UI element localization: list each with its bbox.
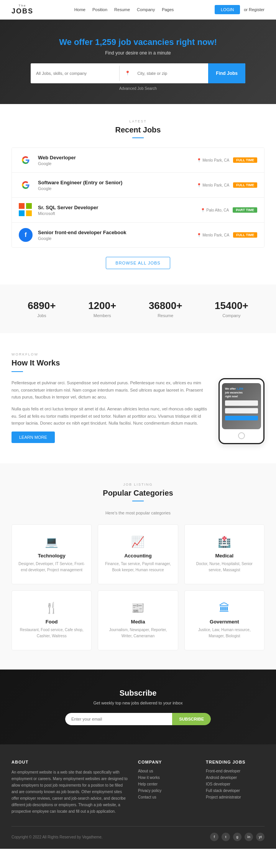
location-input[interactable]: [132, 67, 203, 79]
category-name: Medical: [191, 553, 258, 559]
job-location: 📍Menlo Park, CA: [197, 233, 229, 237]
nav-link-company[interactable]: Company: [137, 7, 155, 12]
subscribe-subtitle: Get weekly top new jobs delivered to you…: [12, 701, 264, 705]
job-logo: [19, 178, 33, 192]
job-title: Web Deverloper: [38, 155, 197, 160]
category-tags: Doctor, Nurse, Hospitalist, Senior servi…: [191, 561, 258, 573]
phone-button: [225, 416, 258, 420]
nav-link-home[interactable]: Home: [74, 7, 85, 12]
register-link[interactable]: or Register: [244, 7, 264, 12]
footer-company: COMPANY About usHow it worksHelp centerP…: [138, 760, 197, 815]
table-row[interactable]: Software Engineer (Entry or Senior) Goog…: [12, 173, 264, 198]
subscribe-button[interactable]: SUBSCRIBE: [172, 713, 211, 725]
list-item[interactable]: 💻 Technology Designer, Developer, IT Ser…: [12, 524, 92, 584]
location-pin-icon: 📍: [200, 208, 205, 212]
footer-about: ABOUT An employment website is a web sit…: [12, 760, 129, 815]
category-icon: 📈: [104, 536, 171, 548]
footer-trending-link[interactable]: Front-end developer: [206, 769, 264, 773]
nav-link-pages[interactable]: Pages: [162, 7, 174, 12]
table-row[interactable]: Sr. SQL Server Developer Microsoft 📍Palo…: [12, 198, 264, 223]
category-icon: 📰: [104, 602, 171, 614]
stat-label: Jobs: [28, 313, 56, 318]
list-item[interactable]: 🍴 Food Restaurant, Food service, Cafe sh…: [12, 590, 92, 650]
how-title: How It Works: [12, 359, 264, 367]
job-location: 📍Palo Alto, CA: [200, 208, 229, 212]
recent-jobs-section: LATEST Recent Jobs Web Deverloper Google…: [0, 104, 276, 284]
advanced-search-link[interactable]: Advanced Job Search: [119, 86, 157, 91]
how-paragraph: Nulla quis felis et orci luctus tempor s…: [12, 405, 207, 427]
how-tag: WORKFLOW: [12, 352, 264, 356]
search-input[interactable]: [31, 63, 119, 83]
social-icon-f[interactable]: f: [210, 833, 219, 841]
logo-jobs: JOBS: [12, 7, 33, 15]
job-meta: 📍Menlo Park, CA FULL TIME: [197, 232, 257, 238]
nav-link-resume[interactable]: Resume: [114, 7, 130, 12]
footer-company-link[interactable]: Help center: [138, 782, 197, 786]
browse-all-jobs-button[interactable]: BROWSE ALL JOBS: [106, 257, 170, 269]
how-text: Pellentesque et pulvinar orci. Suspendis…: [12, 379, 207, 443]
category-name: Government: [191, 619, 258, 625]
list-item[interactable]: 🏥 Medical Doctor, Nurse, Hospitalist, Se…: [184, 524, 264, 584]
job-title: Software Engineer (Entry or Senior): [38, 180, 197, 185]
list-item[interactable]: 📰 Media Journalism, Newspaper, Reporter,…: [98, 590, 178, 650]
footer-company-link[interactable]: How it works: [138, 775, 197, 780]
job-badge: FULL TIME: [233, 232, 257, 238]
table-row[interactable]: f Senior front-end developer Facebook Go…: [12, 223, 264, 247]
recent-jobs-divider: [132, 137, 144, 138]
location-pin-icon: 📍: [197, 233, 201, 237]
footer-about-heading: ABOUT: [12, 760, 129, 764]
footer-bottom: Copyright © 2022 All Rights Reserved by …: [12, 826, 264, 841]
search-bar: 📍 Find Jobs: [31, 63, 245, 83]
how-it-works-section: WORKFLOW How It Works Pellentesque et pu…: [0, 333, 276, 463]
category-icon: 🍴: [18, 602, 85, 614]
phone-home-button: [222, 432, 261, 439]
footer-company-link[interactable]: Contact us: [138, 795, 197, 799]
footer-trending: TRENDING JOBS Front-end developerAndroid…: [206, 760, 264, 815]
footer-company-link[interactable]: About us: [138, 769, 197, 773]
footer: ABOUT An employment website is a web sit…: [0, 744, 276, 849]
job-info: Software Engineer (Entry or Senior) Goog…: [38, 180, 197, 191]
phone-input-2: [225, 408, 258, 413]
footer-company-heading: COMPANY: [138, 760, 197, 764]
category-tags: Finance, Tax service, Payroll manager, B…: [104, 561, 171, 573]
job-list: Web Deverloper Google 📍Menlo Park, CA FU…: [12, 147, 264, 248]
category-tags: Journalism, Newspaper, Reporter, Writer,…: [104, 627, 171, 639]
social-icon-t[interactable]: t: [222, 833, 230, 841]
navbar: The JOBS HomePositionResumeCompanyPages …: [0, 0, 276, 20]
job-title: Senior front-end developer Facebook: [38, 230, 197, 235]
social-icon-g[interactable]: g: [233, 833, 242, 841]
job-meta: 📍Menlo Park, CA FULL TIME: [197, 157, 257, 163]
footer-trending-link[interactable]: Full stack developer: [206, 789, 264, 793]
list-item[interactable]: 🏛 Government Justice, Law, Human resourc…: [184, 590, 264, 650]
categories-title: Popular Categories: [12, 489, 264, 498]
footer-trending-link[interactable]: IOS developer: [206, 782, 264, 786]
footer-company-link[interactable]: Privacy policy: [138, 789, 197, 793]
table-row[interactable]: Web Deverloper Google 📍Menlo Park, CA FU…: [12, 148, 264, 173]
find-jobs-button[interactable]: Find Jobs: [208, 63, 245, 83]
categories-label: JOB LISTING: [12, 483, 264, 486]
categories-subtitle: Here's the most popular categories: [12, 511, 264, 515]
nav-link-position[interactable]: Position: [92, 7, 107, 12]
job-location: 📍Menlo Park, CA: [197, 183, 229, 187]
list-item[interactable]: 📈 Accounting Finance, Tax service, Payro…: [98, 524, 178, 584]
social-icon-yt[interactable]: yt: [256, 833, 264, 841]
job-logo: [19, 153, 33, 167]
social-icon-in[interactable]: in: [245, 833, 253, 841]
job-info: Web Deverloper Google: [38, 155, 197, 166]
categories-grid: 💻 Technology Designer, Developer, IT Ser…: [12, 524, 264, 650]
category-icon: 🏥: [191, 536, 258, 548]
footer-trending-link[interactable]: Android developer: [206, 775, 264, 780]
footer-trending-link[interactable]: Project administrator: [206, 795, 264, 799]
recent-jobs-title: Recent Jobs: [12, 126, 264, 134]
category-icon: 💻: [18, 536, 85, 548]
categories-divider: [132, 501, 144, 501]
phone-screen-text: We offer 1,259job vacanciesright now!: [225, 387, 258, 398]
job-meta: 📍Palo Alto, CA PART TIME: [200, 207, 257, 213]
category-icon: 🏛: [191, 602, 258, 614]
subscribe-email-input[interactable]: [65, 713, 172, 725]
subscribe-section: Subscribe Get weekly top new jobs delive…: [0, 670, 276, 744]
login-button[interactable]: LOGIN: [215, 5, 240, 14]
learn-more-button[interactable]: LEARN MORE: [12, 432, 55, 443]
categories-section: JOB LISTING Popular Categories Here's th…: [0, 463, 276, 670]
phone-input-1: [225, 400, 258, 406]
